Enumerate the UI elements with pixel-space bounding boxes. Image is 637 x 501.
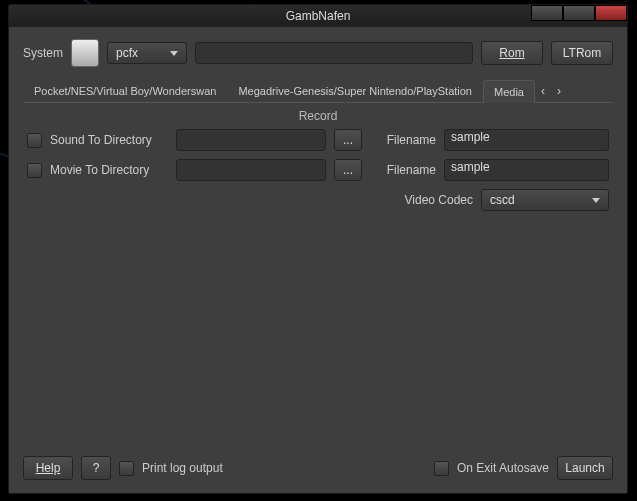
help-button[interactable]: Help — [23, 456, 73, 480]
content-area: System pcfx Rom LTRom Pocket/NES/Virtual… — [9, 27, 627, 493]
media-panel: Record Sound To Directory ... Filename s… — [23, 103, 613, 453]
tab-bar: Pocket/NES/Virtual Boy/Wonderswan Megadr… — [23, 79, 613, 103]
tab-group-1[interactable]: Pocket/NES/Virtual Boy/Wonderswan — [23, 79, 227, 102]
tab-group-2[interactable]: Megadrive-Genesis/Super Nintendo/PlaySta… — [227, 79, 483, 102]
system-icon — [71, 39, 99, 67]
bottom-bar: Help ? Print log output On Exit Autosave… — [23, 453, 613, 483]
codec-label: Video Codec — [405, 193, 474, 207]
sound-dir-input[interactable] — [176, 129, 326, 151]
sound-row: Sound To Directory ... Filename sample — [27, 129, 609, 151]
main-window: GambNafen System pcfx Rom LTRom Pocket/N… — [8, 4, 628, 494]
codec-row: Video Codec cscd — [27, 189, 609, 211]
ltrom-button[interactable]: LTRom — [551, 41, 613, 65]
launch-button[interactable]: Launch — [557, 456, 613, 480]
movie-filename-input[interactable]: sample — [444, 159, 609, 181]
autosave-label: On Exit Autosave — [457, 461, 549, 475]
system-row: System pcfx Rom LTRom — [23, 35, 613, 71]
tab-media[interactable]: Media — [483, 80, 535, 103]
titlebar[interactable]: GambNafen — [9, 5, 627, 27]
minimize-button[interactable] — [531, 5, 563, 21]
rom-button[interactable]: Rom — [481, 41, 543, 65]
window-buttons — [531, 5, 627, 21]
tab-scroll-right[interactable]: › — [551, 84, 567, 98]
sound-filename-input[interactable]: sample — [444, 129, 609, 151]
chevron-down-icon — [592, 198, 600, 203]
movie-filename-label: Filename — [370, 163, 436, 177]
system-select[interactable]: pcfx — [107, 42, 187, 64]
movie-row: Movie To Directory ... Filename sample — [27, 159, 609, 181]
chevron-down-icon — [170, 51, 178, 56]
system-label: System — [23, 46, 63, 60]
movie-checkbox[interactable] — [27, 163, 42, 178]
maximize-button[interactable] — [563, 5, 595, 21]
sound-checkbox[interactable] — [27, 133, 42, 148]
movie-dir-input[interactable] — [176, 159, 326, 181]
record-section-title: Record — [27, 109, 609, 123]
printlog-label: Print log output — [142, 461, 223, 475]
printlog-checkbox[interactable] — [119, 461, 134, 476]
autosave-checkbox[interactable] — [434, 461, 449, 476]
close-button[interactable] — [595, 5, 627, 21]
sound-filename-label: Filename — [370, 133, 436, 147]
codec-value: cscd — [490, 193, 515, 207]
about-button[interactable]: ? — [81, 456, 111, 480]
codec-select[interactable]: cscd — [481, 189, 609, 211]
sound-label: Sound To Directory — [50, 133, 168, 147]
movie-label: Movie To Directory — [50, 163, 168, 177]
tab-scroll-left[interactable]: ‹ — [535, 84, 551, 98]
rom-path-input[interactable] — [195, 42, 473, 64]
movie-dir-browse[interactable]: ... — [334, 159, 362, 181]
sound-dir-browse[interactable]: ... — [334, 129, 362, 151]
system-select-value: pcfx — [116, 46, 138, 60]
